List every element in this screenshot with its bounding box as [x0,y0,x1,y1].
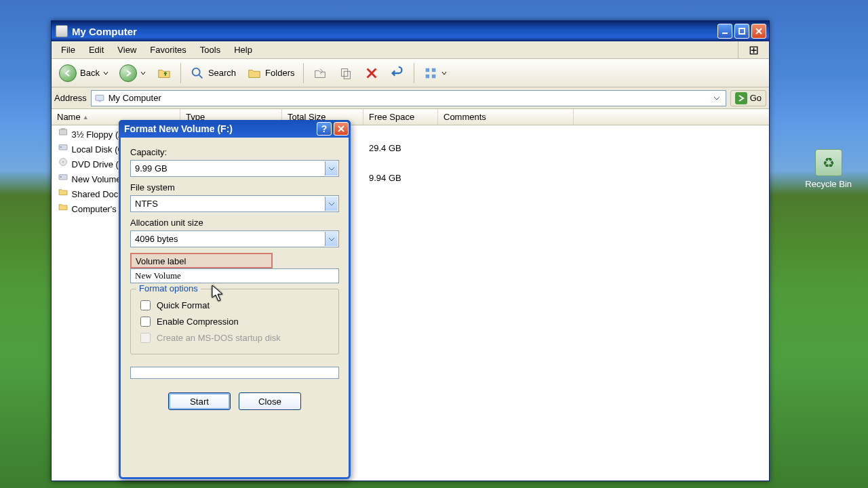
back-button[interactable]: Back [54,61,113,85]
recycle-bin[interactable]: Recycle Bin [805,149,852,189]
views-button[interactable] [418,62,452,84]
drive-icon [57,171,69,183]
folders-label: Folders [265,68,294,78]
volume-label: Volume label [136,256,267,266]
dialog-titlebar[interactable]: Format New Volume (F:) ? [119,120,351,138]
drive-icon [57,126,69,138]
enable-compression-checkbox[interactable]: Enable Compression [138,314,332,329]
filesystem-label: File system [130,182,339,192]
svg-rect-6 [342,68,348,76]
format-options-group: Format options Quick Format Enable Compr… [130,289,339,354]
cell: 9.94 GB [363,173,438,183]
msdos-label: Create an MS-DOS startup disk [157,333,281,343]
chevron-down-icon [325,161,338,176]
copy-to-button[interactable] [334,62,358,84]
drive-icon [57,201,69,213]
windows-flag-icon: ⊞ [738,41,769,58]
computer-icon [56,25,68,37]
svg-rect-15 [98,101,101,102]
delete-x-icon [364,66,379,81]
quick-format-checkbox[interactable]: Quick Format [138,298,332,312]
enable-compression-input[interactable] [140,317,151,327]
quick-format-label: Quick Format [157,300,210,310]
address-field[interactable]: My Computer [91,90,726,106]
capacity-select[interactable]: 9.99 GB [130,160,339,177]
svg-rect-13 [432,74,436,78]
titlebar[interactable]: My Computer [52,21,769,41]
allocation-label: Allocation unit size [130,218,339,228]
close-button[interactable] [751,24,766,39]
forward-icon [119,64,137,82]
address-bar: Address My Computer Go [52,87,769,109]
quick-format-input[interactable] [140,300,151,310]
copy-to-icon [338,66,353,81]
move-to-icon [313,66,328,81]
chevron-down-icon [140,70,146,76]
format-options-title: Format options [136,283,201,293]
menu-view[interactable]: View [111,43,143,57]
svg-point-23 [60,176,62,178]
dialog-title: Format New Volume (F:) [124,123,233,134]
search-label: Search [208,68,236,78]
menu-tools[interactable]: Tools [193,43,227,57]
capacity-label: Capacity: [130,147,339,157]
undo-icon [390,66,405,81]
help-button[interactable]: ? [317,122,332,136]
chevron-down-icon [103,70,108,76]
address-label: Address [54,93,87,103]
search-icon [190,66,205,81]
up-button[interactable] [152,62,176,84]
move-to-button[interactable] [308,62,332,84]
menu-file[interactable]: File [54,43,82,57]
dialog-close-button[interactable] [334,122,349,136]
column-header[interactable]: Comments [438,109,574,125]
volume-label-highlight: Volume label [130,253,273,268]
menu-edit[interactable]: Edit [82,43,111,57]
minimize-button[interactable] [717,24,732,39]
go-button[interactable]: Go [730,90,766,106]
forward-button[interactable] [115,61,151,85]
start-button[interactable]: Start [168,392,231,410]
drive-icon [57,186,69,198]
window-title: My Computer [72,26,137,37]
filesystem-select[interactable]: NTFS [130,195,339,212]
menu-bar: File Edit View Favorites Tools Help ⊞ [52,41,769,59]
chevron-down-icon [325,197,338,211]
recycle-icon [815,149,842,176]
search-button[interactable]: Search [185,62,241,84]
format-dialog: Format New Volume (F:) ? Capacity: 9.99 … [119,120,351,479]
svg-rect-1 [739,28,745,34]
allocation-select[interactable]: 4096 bytes [130,230,339,247]
address-value: My Computer [108,93,161,103]
capacity-value: 9.99 GB [135,163,167,174]
drive-icon [57,141,69,153]
svg-rect-7 [344,71,351,79]
svg-rect-11 [432,68,436,72]
svg-rect-12 [426,74,430,78]
folders-icon [247,66,262,81]
close-button[interactable]: Close [239,392,301,410]
back-label: Back [80,68,100,78]
folders-button[interactable]: Folders [242,62,299,84]
msdos-checkbox: Create an MS-DOS startup disk [138,331,332,345]
svg-line-5 [199,75,203,78]
delete-button[interactable] [359,62,384,84]
svg-rect-16 [60,129,67,135]
volume-label-field[interactable] [130,268,339,283]
views-icon [423,66,438,81]
drive-icon [57,156,69,168]
allocation-value: 4096 bytes [135,234,178,244]
menu-help[interactable]: Help [227,43,259,57]
filesystem-value: NTFS [135,199,158,209]
menu-favorites[interactable]: Favorites [143,43,193,57]
address-dropdown[interactable] [711,91,723,106]
svg-rect-10 [426,68,430,72]
svg-rect-14 [96,95,104,100]
maximize-button[interactable] [734,24,749,39]
svg-point-21 [62,161,64,163]
svg-point-4 [193,68,200,75]
column-header[interactable]: Free Space [363,109,438,125]
undo-button[interactable] [385,62,410,84]
enable-compression-label: Enable Compression [157,317,239,327]
folder-up-icon [157,66,172,81]
